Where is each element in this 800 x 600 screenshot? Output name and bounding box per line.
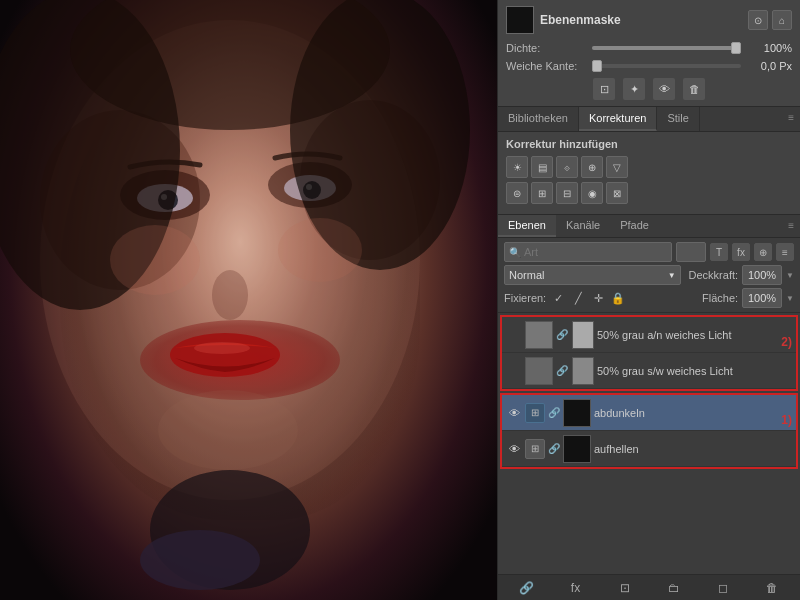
layer-new-icon[interactable]: ◻ <box>713 578 733 598</box>
tab-korrekturen[interactable]: Korrekturen <box>579 107 657 131</box>
layer-mask-icon[interactable]: ⊡ <box>615 578 635 598</box>
layer-fx-icon[interactable]: fx <box>566 578 586 598</box>
layer-adj-icon: ⊞ <box>525 439 545 459</box>
mask-actions: ⊡ ✦ 👁 🗑 <box>506 78 792 100</box>
fix-icon-brush[interactable]: ╱ <box>570 290 586 306</box>
korr-hsl[interactable]: ⊜ <box>506 182 528 204</box>
layer-delete-icon[interactable]: 🗑 <box>762 578 782 598</box>
dichte-label: Dichte: <box>506 42 586 54</box>
right-panel: Ebenenmaske ⊙ ⌂ Dichte: 100% Weiche Kant… <box>497 0 800 600</box>
korr-mosaic[interactable]: ⊠ <box>606 182 628 204</box>
layer-chain-icon: 🔗 <box>548 407 560 418</box>
mask-action-selection[interactable]: ⊡ <box>593 78 615 100</box>
mask-icon-house[interactable]: ⌂ <box>772 10 792 30</box>
layer-eye-toggle[interactable] <box>506 327 522 343</box>
layer-eye-toggle[interactable] <box>506 363 522 379</box>
layer-eye-toggle[interactable]: 👁 <box>506 405 522 421</box>
korrekturen-panel: Korrektur hinzufügen ☀ ▤ ⟐ ⊕ ▽ ⊜ ⊞ ⊟ ◉ ⊠ <box>498 132 800 215</box>
flaeche-value[interactable]: 100% <box>742 288 782 308</box>
flaeche-arrow: ▼ <box>786 294 794 303</box>
layer-item[interactable]: 👁 ⊞ 🔗 aufhellen <box>502 431 796 467</box>
layer-thumbnail <box>525 321 553 349</box>
layer-filter-input[interactable] <box>524 246 584 258</box>
fix-icon-lock[interactable]: 🔒 <box>610 290 626 306</box>
mask-title: Ebenenmaske <box>540 13 621 27</box>
deckkraft-arrow: ▼ <box>786 271 794 280</box>
layer-item[interactable]: 🔗 50% grau s/w weiches Licht <box>502 353 796 389</box>
svg-point-11 <box>212 270 248 320</box>
layer-link-icon[interactable]: 🔗 <box>517 578 537 598</box>
mask-action-refine[interactable]: ✦ <box>623 78 645 100</box>
layer-controls: 🔍 T fx ⊕ ≡ Normal ▼ Deckkraft: 100% ▼ Fi… <box>498 238 800 313</box>
ebenen-tabs: Ebenen Kanäle Pfade ≡ <box>498 215 800 238</box>
korr-levels[interactable]: ▤ <box>531 156 553 178</box>
blend-mode-select[interactable]: Normal ▼ <box>504 265 681 285</box>
layer-name: 50% grau a/n weiches Licht <box>597 329 792 341</box>
svg-point-13 <box>194 342 250 354</box>
layer-item[interactable]: 🔗 50% grau a/n weiches Licht <box>502 317 796 353</box>
mask-action-eye[interactable]: 👁 <box>653 78 675 100</box>
korr-curves[interactable]: ⟐ <box>556 156 578 178</box>
blend-mode-arrow: ▼ <box>668 271 676 280</box>
korr-title: Korrektur hinzufügen <box>506 138 792 150</box>
flaeche-label: Fläche: <box>702 292 738 304</box>
mask-icon-circle[interactable]: ⊙ <box>748 10 768 30</box>
adjustment-tabs: Bibliotheken Korrekturen Stile ≡ <box>498 107 800 132</box>
layer-icon-chain[interactable]: ⊕ <box>754 243 772 261</box>
layer-thumbnail <box>525 357 553 385</box>
tab-stile[interactable]: Stile <box>657 107 699 131</box>
tab-bibliotheken[interactable]: Bibliotheken <box>498 107 579 131</box>
group2-annotation: 2) <box>781 335 792 349</box>
layer-group-1: 1) 👁 ⊞ 🔗 abdunkeln 👁 ⊞ 🔗 aufhellen <box>500 393 798 469</box>
panel-menu-icon[interactable]: ≡ <box>782 107 800 131</box>
svg-point-16 <box>140 530 260 590</box>
deckkraft-label: Deckkraft: <box>689 269 739 281</box>
layer-search[interactable]: 🔍 <box>504 242 672 262</box>
layer-mask-thumbnail <box>572 357 594 385</box>
layer-toolbar: 🔗 fx ⊡ 🗀 ◻ 🗑 <box>498 574 800 600</box>
layer-chain-icon: 🔗 <box>548 443 560 454</box>
svg-point-21 <box>278 218 362 282</box>
layer-icon-filter2[interactable]: ≡ <box>776 243 794 261</box>
layer-item[interactable]: 👁 ⊞ 🔗 abdunkeln <box>502 395 796 431</box>
group1-annotation: 1) <box>781 413 792 427</box>
layer-mask-thumbnail <box>572 321 594 349</box>
layer-list: 2) 🔗 50% grau a/n weiches Licht 🔗 50% gr… <box>498 313 800 574</box>
layer-chain-icon: 🔗 <box>556 365 568 376</box>
layer-name: abdunkeln <box>594 407 792 419</box>
layer-icon-fx[interactable]: fx <box>732 243 750 261</box>
deckkraft-value[interactable]: 100% <box>742 265 782 285</box>
fix-icon-move[interactable]: ✛ <box>590 290 606 306</box>
korr-exposure[interactable]: ⊕ <box>581 156 603 178</box>
korr-color-balance[interactable]: ⊞ <box>531 182 553 204</box>
tab-ebenen[interactable]: Ebenen <box>498 215 556 237</box>
mask-action-delete[interactable]: 🗑 <box>683 78 705 100</box>
dichte-slider[interactable] <box>592 46 741 50</box>
mask-thumbnail <box>506 6 534 34</box>
korr-brightness[interactable]: ☀ <box>506 156 528 178</box>
mask-icons: ⊙ ⌂ <box>748 10 792 30</box>
ebenen-panel-menu[interactable]: ≡ <box>782 215 800 237</box>
korr-bw[interactable]: ⊟ <box>556 182 578 204</box>
tab-pfade[interactable]: Pfade <box>610 215 659 237</box>
photo-canvas <box>0 0 497 600</box>
weiche-slider[interactable] <box>592 64 741 68</box>
layer-icon-t[interactable]: T <box>710 243 728 261</box>
weiche-label: Weiche Kante: <box>506 60 586 72</box>
fix-icon-check[interactable]: ✓ <box>550 290 566 306</box>
mask-panel: Ebenenmaske ⊙ ⌂ Dichte: 100% Weiche Kant… <box>498 0 800 107</box>
layer-chain-icon: 🔗 <box>556 329 568 340</box>
layer-filter-dropdown[interactable] <box>676 242 706 262</box>
layer-thumbnail <box>563 399 591 427</box>
layer-group-2: 2) 🔗 50% grau a/n weiches Licht 🔗 50% gr… <box>500 315 798 391</box>
korr-photo-filter[interactable]: ◉ <box>581 182 603 204</box>
korr-icons-row1: ☀ ▤ ⟐ ⊕ ▽ <box>506 156 792 178</box>
fixieren-label: Fixieren: <box>504 292 546 304</box>
layer-name: 50% grau s/w weiches Licht <box>597 365 792 377</box>
search-icon: 🔍 <box>509 247 521 258</box>
tab-kanaele[interactable]: Kanäle <box>556 215 610 237</box>
korr-icons-row2: ⊜ ⊞ ⊟ ◉ ⊠ <box>506 182 792 204</box>
korr-vibrance[interactable]: ▽ <box>606 156 628 178</box>
layer-group-icon[interactable]: 🗀 <box>664 578 684 598</box>
layer-eye-toggle[interactable]: 👁 <box>506 441 522 457</box>
